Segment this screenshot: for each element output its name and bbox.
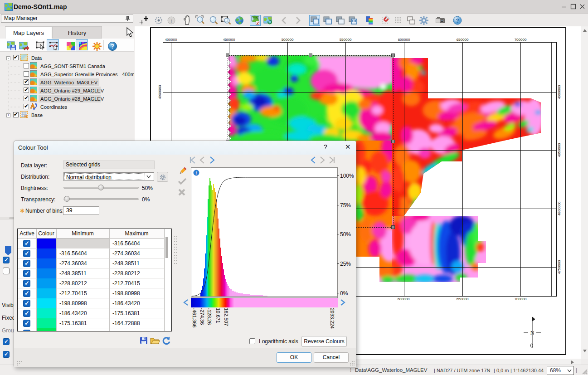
svg-text:600000: 600000 xyxy=(398,38,410,42)
svg-text:4850000: 4850000 xyxy=(557,143,561,157)
svg-text:i: i xyxy=(170,17,172,24)
svg-text:4900000: 4900000 xyxy=(557,85,561,99)
svg-text:400000: 400000 xyxy=(165,38,177,42)
svg-text:650000: 650000 xyxy=(457,297,469,301)
svg-text:450000: 450000 xyxy=(223,38,235,42)
svg-text:650000: 650000 xyxy=(457,38,469,42)
svg-text:4750000: 4750000 xyxy=(557,260,561,274)
svg-text:i: i xyxy=(196,170,197,175)
svg-text:550000: 550000 xyxy=(340,38,352,42)
svg-text:700000: 700000 xyxy=(515,297,527,301)
svg-text:4900000: 4900000 xyxy=(158,85,162,99)
svg-text:?: ? xyxy=(456,17,459,24)
svg-text:500000: 500000 xyxy=(282,38,294,42)
svg-text:4800000: 4800000 xyxy=(557,201,561,216)
svg-text:600000: 600000 xyxy=(398,297,410,301)
svg-text:?: ? xyxy=(111,43,115,50)
svg-text:700000: 700000 xyxy=(515,38,527,42)
svg-text:N: N xyxy=(530,330,535,336)
